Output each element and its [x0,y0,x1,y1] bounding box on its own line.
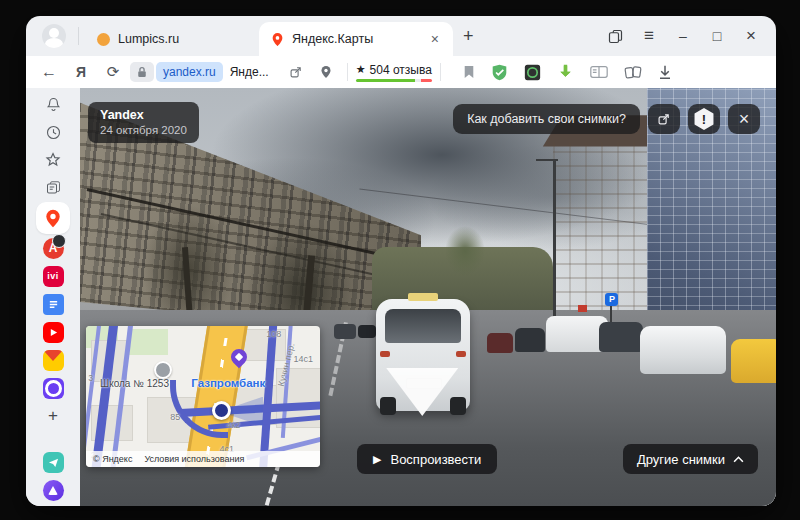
new-tab-button[interactable]: + [453,26,484,47]
minimize-button[interactable]: – [666,22,700,50]
distant-car [358,325,376,338]
street-light-pole [553,159,556,330]
wheel [450,397,466,415]
notifications-bell-icon[interactable] [38,90,68,118]
star-icon: ★ [356,63,366,76]
tab-close-icon[interactable]: × [429,30,441,48]
lumpics-favicon-icon [97,33,110,46]
sidebar-app-mail-icon[interactable] [38,346,68,374]
sidebar: A ivi + [26,88,80,506]
screen: Lumpics.ru Яндекс.Карты × + ≡ – □ × ← Я … [0,0,800,520]
taxi-roof-sign [408,293,438,301]
tab-label: Яндекс.Карты [292,32,421,46]
parked-car [599,322,643,352]
parked-taxi-yellow [731,339,776,383]
url-domain[interactable]: yandex.ru [156,62,223,82]
geo-pin-icon[interactable] [313,59,339,85]
url-page-title[interactable]: Янде... [230,65,269,79]
play-icon: ▶ [373,453,381,466]
chevron-up-icon [733,456,744,463]
map-terms-link[interactable]: Условия использования [144,454,244,464]
extensions-row [463,64,672,81]
profile-avatar[interactable] [42,24,66,48]
savefrom-arrow-icon[interactable] [557,64,574,81]
add-photos-help-button[interactable]: Как добавить свои снимки? [453,104,640,134]
school-poi-icon[interactable] [154,361,172,379]
house-number: 85 [170,412,180,422]
panorama-top-controls: Как добавить свои снимки? ! × [453,104,760,134]
provider-label: Yandex [100,108,187,122]
dark-extension-icon[interactable] [524,64,541,81]
house-number: 4к2 [226,420,240,430]
bookmark-flag-icon[interactable] [463,65,475,79]
sidebar-app-youtube-icon[interactable] [38,318,68,346]
history-clock-icon[interactable] [38,118,68,146]
close-panorama-button[interactable]: × [728,104,760,134]
sidebar-app-docs-icon[interactable] [38,290,68,318]
sidebar-messenger-icon[interactable] [38,448,68,476]
downloads-icon[interactable] [658,65,672,80]
tab-lumpics[interactable]: Lumpics.ru [85,22,259,56]
share-icon[interactable] [283,59,309,85]
toolbar: ← Я ⟳ yandex.ru Янде... ★ 504 отзыва [26,56,776,88]
sidebar-app-music-icon[interactable] [38,374,68,402]
bookmarks-star-icon[interactable] [38,146,68,174]
rear-window [385,309,461,343]
wheel [380,397,396,415]
date-label: 24 октября 2020 [100,124,187,136]
cards-icon[interactable] [624,64,642,80]
share-icon [657,112,671,126]
refresh-button[interactable]: ⟳ [100,59,126,85]
window-controls: ≡ – □ × [598,22,768,50]
tail-light [456,351,466,357]
ssl-lock-chip[interactable] [130,62,154,82]
adguard-shield-icon[interactable] [491,64,508,81]
browser-menu-button[interactable]: ≡ [632,22,666,50]
tab-groups-icon[interactable] [38,174,68,202]
divider [440,63,441,81]
street-light-arm [536,159,558,161]
house-number: 108 [266,329,281,339]
minimap[interactable]: Школа № 1253 Газпромбанк Кучин пер. 108 … [86,326,320,467]
tab-yandex-maps[interactable]: Яндекс.Карты × [259,22,453,56]
parking-sign-icon: P [605,293,618,306]
divider [347,63,348,81]
map-copyright: © Яндекс [93,454,132,464]
yandex-search-button[interactable]: Я [68,59,94,85]
school-label[interactable]: Школа № 1253 [100,378,169,389]
house-number: 3 [88,373,93,383]
site-rating[interactable]: ★ 504 отзыва [356,63,432,82]
maximize-button[interactable]: □ [700,22,734,50]
share-panorama-button[interactable] [648,104,680,134]
rating-bar [356,79,432,82]
play-panorama-button[interactable]: ▶ Воспроизвести [357,444,497,474]
position-marker [212,401,231,420]
tab-label: Lumpics.ru [118,32,247,46]
parked-car [515,328,545,352]
report-problem-button[interactable]: ! [688,104,720,134]
street-panorama[interactable]: P Yandex 24 октября 2020 Как [80,88,776,506]
panorama-date-badge: Yandex 24 октября 2020 [88,102,199,143]
rating-label: 504 отзыва [370,63,432,77]
house-number: 14с1 [293,354,313,364]
map-pin-favicon-icon [271,32,284,47]
close-window-button[interactable]: × [734,22,768,50]
report-icon: ! [693,108,715,130]
other-shots-label: Другие снимки [637,452,725,467]
divider [78,27,79,45]
sidebar-add-button[interactable]: + [38,402,68,430]
other-shots-button[interactable]: Другие снимки [623,444,758,474]
map-park [128,329,168,355]
sidebar-app-a-icon[interactable]: A [38,234,68,262]
bank-label[interactable]: Газпромбанк [191,377,265,389]
parked-car [487,333,513,353]
sidebar-alice-icon[interactable] [38,476,68,504]
sidebar-item-yandex-maps-active[interactable] [36,202,70,234]
lock-icon [137,66,147,78]
sidebar-app-ivi-icon[interactable]: ivi [38,262,68,290]
back-button[interactable]: ← [36,59,62,85]
play-label: Воспроизвести [390,452,481,467]
side-panels-icon[interactable] [598,22,632,50]
dictionary-icon[interactable] [590,65,608,79]
maps-pin-icon [45,209,61,228]
